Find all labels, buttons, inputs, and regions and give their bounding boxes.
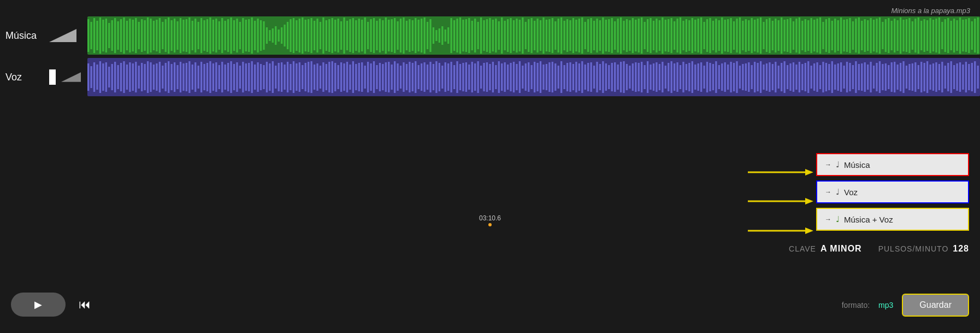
svg-rect-306 [99,61,101,93]
svg-rect-361 [263,65,264,89]
voz-volume-control[interactable] [49,69,87,85]
svg-rect-25 [159,18,161,53]
voz-volume-triangle[interactable] [61,72,81,82]
music-waveform[interactable] [87,16,980,55]
arrow-musica-voz [748,225,813,236]
svg-rect-89 [349,19,351,52]
svg-rect-379 [316,63,318,91]
svg-rect-527 [757,63,759,91]
svg-rect-280 [918,17,919,54]
skip-button[interactable]: ⏮ [76,295,93,314]
voz-waveform[interactable] [87,58,980,96]
svg-rect-40 [203,20,205,51]
svg-rect-233 [778,20,780,51]
svg-rect-232 [775,19,776,52]
svg-rect-248 [822,22,824,49]
svg-rect-463 [566,63,568,91]
svg-rect-533 [775,62,776,92]
svg-rect-595 [959,62,961,92]
svg-rect-120 [441,26,443,45]
svg-rect-391 [352,61,354,93]
pulsos-label: PULSOS/MINUTO [878,244,949,253]
svg-rect-556 [843,66,845,89]
svg-rect-504 [688,63,690,91]
svg-rect-144 [513,20,515,51]
musica-icon-arrow: → [825,161,831,168]
svg-rect-450 [528,62,529,92]
svg-rect-565 [870,62,871,92]
svg-rect-28 [168,17,169,54]
track-option-voz[interactable]: → ♩ Voz [816,180,969,203]
svg-rect-385 [334,63,336,91]
svg-rect-299 [974,19,976,52]
svg-rect-429 [465,62,467,92]
svg-rect-396 [367,62,369,92]
svg-rect-41 [206,19,208,52]
svg-rect-37 [194,19,196,52]
track-option-musica[interactable]: → ♩ Música [816,153,969,176]
svg-rect-419 [435,61,437,93]
svg-rect-182 [626,19,628,52]
svg-rect-172 [596,19,598,52]
svg-rect-230 [769,18,770,53]
svg-rect-461 [560,61,562,93]
svg-rect-410 [409,62,410,92]
svg-rect-159 [558,19,559,52]
music-volume-slider[interactable] [49,29,76,42]
svg-rect-168 [585,22,586,49]
svg-rect-69 [290,19,291,52]
svg-rect-422 [445,62,446,92]
svg-rect-8 [108,23,110,48]
svg-rect-229 [766,19,768,52]
svg-rect-156 [548,19,550,52]
guardar-button[interactable]: Guardar [902,294,969,317]
svg-rect-395 [364,66,366,89]
svg-rect-86 [340,21,342,50]
svg-rect-457 [548,62,550,92]
svg-rect-11 [117,21,119,50]
svg-rect-570 [885,63,887,91]
svg-rect-206 [698,19,699,52]
svg-rect-572 [891,62,893,92]
svg-rect-329 [168,61,169,93]
svg-rect-515 [721,63,723,91]
svg-rect-405 [394,61,395,93]
svg-rect-266 [876,19,877,52]
svg-rect-531 [769,62,770,92]
key-bpm-info: CLAVE A MINOR PULSOS/MINUTO 128 [789,244,969,254]
svg-rect-441 [501,63,503,91]
svg-rect-58 [257,19,258,52]
svg-rect-217 [730,18,731,53]
svg-rect-344 [212,63,214,91]
svg-rect-305 [96,65,98,90]
svg-rect-408 [403,62,404,92]
svg-rect-257 [849,18,851,53]
svg-rect-571 [888,65,889,89]
voz-volume-slider[interactable] [49,69,56,85]
music-volume-control[interactable] [49,29,87,42]
bottom-controls: ▶ ⏮ [11,293,93,317]
svg-rect-528 [760,61,761,93]
svg-rect-252 [834,19,836,52]
svg-rect-426 [456,61,458,93]
svg-rect-563 [864,62,866,92]
svg-rect-56 [251,17,253,54]
svg-rect-219 [736,19,737,52]
svg-rect-593 [953,65,955,89]
svg-rect-145 [516,19,517,52]
svg-rect-512 [712,64,714,90]
svg-rect-226 [757,19,759,52]
svg-marker-0 [49,29,76,42]
svg-rect-568 [879,61,881,93]
svg-rect-349 [227,63,229,91]
svg-rect-77 [314,21,315,50]
svg-rect-188 [644,22,646,49]
svg-rect-309 [108,67,110,87]
svg-rect-411 [412,63,414,91]
svg-rect-201 [682,21,684,50]
track-option-musica-voz[interactable]: → ♩ Música + Voz [816,208,969,231]
svg-rect-106 [400,19,402,52]
play-button[interactable]: ▶ [11,293,66,317]
svg-rect-413 [418,65,420,89]
svg-rect-34 [186,19,187,52]
